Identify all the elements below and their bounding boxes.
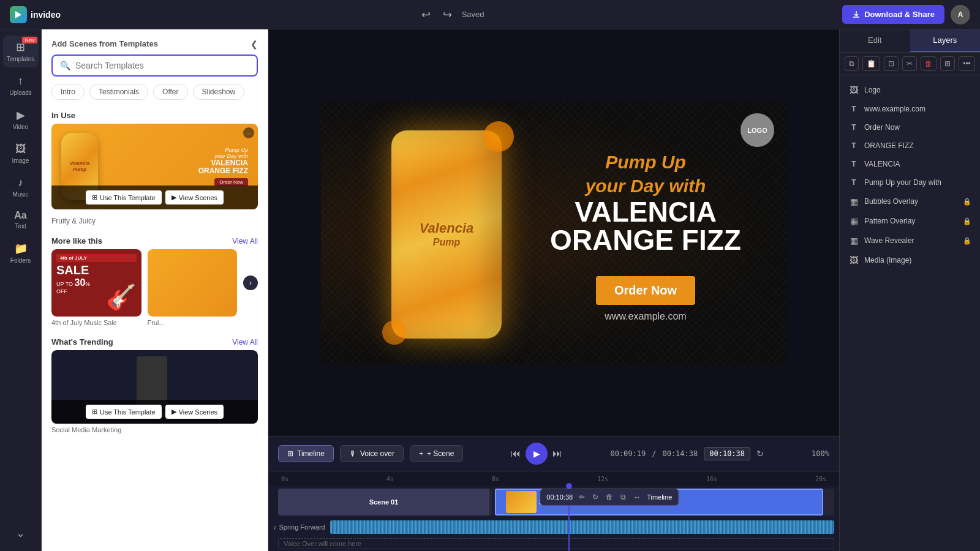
use-template-2-button[interactable]: ⊞ Use This Template [51,291,97,312]
download-share-button[interactable]: Download & Share [842,5,944,24]
sidebar-item-folders[interactable]: 📁 Folders [3,237,39,269]
saved-status: Saved [462,10,484,19]
sidebar-item-templates[interactable]: New ⊞ Templates [3,36,39,67]
more-like-card-1[interactable]: 4th of JULY SALE UP TO 30%OFF 🎸 ⊞ Use Th… [51,249,141,326]
canvas-logo[interactable]: LOGO [741,113,774,147]
sidebar-folders-label: Folders [10,257,31,264]
tab-edit[interactable]: Edit [840,29,910,52]
trending-view-all[interactable]: View All [232,338,258,347]
can-brand-line2: Pump [420,237,473,248]
popup-delete-icon[interactable]: 🗑 [605,492,614,503]
template-card-overlay: ⊞ Use This Template ▶ View Scenes [51,186,258,209]
view-scenes-2-button[interactable]: ▶ View Scenes [101,291,141,312]
layer-media-name: Media (Image) [864,256,971,264]
tag-testimonials[interactable]: Testimonials [89,84,148,100]
sidebar-video-label: Video [13,124,28,130]
microphone-icon: 🎙 [349,449,356,458]
audio-track-label: Spring Forward [279,523,325,531]
popup-copy-icon[interactable]: ⧉ [619,492,627,503]
sidebar-item-video[interactable]: ▶ Video [3,103,39,135]
play-button[interactable]: ▶ [526,443,548,465]
timeline-ruler: 0s 4s 8s 12s 16s 20s [268,471,839,486]
layer-pump[interactable]: T Pump Up your Day with [840,173,980,192]
view-scenes-button[interactable]: ▶ View Scenes [165,190,224,204]
timeline-area: ⊞ Timeline 🎙 Voice over + + Scene ⏮ ▶ ⏭ … [268,436,839,551]
more-like-card-2[interactable]: Frui... [148,249,238,326]
topbar-left: invideo [10,6,61,23]
scene01-block[interactable]: Scene 01 [278,489,489,515]
tab-layers[interactable]: Layers [910,29,981,52]
copy-layer-button[interactable]: ⧉ [845,56,859,71]
layer-crop-button[interactable]: ✂ [902,56,917,71]
orange-slice-2 [382,320,407,345]
more-like-next-button[interactable]: › [243,276,258,290]
popup-sync-icon[interactable]: ↻ [591,492,600,503]
layer-wave-lock-icon: 🔒 [963,237,971,245]
trending-header: What's Trending View All [42,332,268,350]
paste-layer-button[interactable]: 📋 [862,56,880,71]
topbar-center: ↩ ↪ Saved [419,6,484,24]
skip-back-button[interactable]: ⏮ [511,448,521,459]
sidebar-item-image[interactable]: 🖼 Image [3,138,39,169]
collapse-panel-button[interactable]: ❮ [251,39,258,49]
view-scenes-icon: ▶ [172,193,176,201]
delete-layer-button[interactable]: 🗑 [921,56,937,71]
layer-media[interactable]: 🖼 Media (Image) [840,250,980,270]
layer-fit-button[interactable]: ⊡ [884,56,899,71]
tag-offer[interactable]: Offer [153,84,187,100]
music-note-icon: ♪ [273,523,277,531]
trending-template-card[interactable]: Be like Terry and let us do the rest. ⊞ … [51,350,258,424]
view-scenes-trending-button[interactable]: ▶ View Scenes [165,405,224,419]
add-scene-button[interactable]: + + Scene [410,445,463,462]
refresh-button[interactable]: ↻ [756,449,764,459]
popup-edit-icon[interactable]: ✏ [578,492,586,503]
time-current-display[interactable]: 00:10:38 [704,447,750,460]
layer-valencia[interactable]: T VALENCIA [840,155,980,173]
layer-website[interactable]: T www.example.com [840,100,980,118]
sidebar-music-label: Music [12,191,28,198]
user-avatar-button[interactable]: A [951,5,970,24]
layer-pattern[interactable]: ▦ Pattern Overlay 🔒 [840,211,980,231]
canvas-order-button[interactable]: Order Now [596,276,695,305]
layer-bubbles[interactable]: ▦ Bubbles Overlay 🔒 [840,192,980,211]
more-like-view-all[interactable]: View All [232,237,258,246]
timeline-tab-button[interactable]: ⊞ Timeline [278,445,334,462]
popup-time: 00:10:38 [546,493,573,501]
time-total-display: 00:14:38 [662,449,698,458]
sidebar-item-uploads[interactable]: ↑ Uploads [3,70,39,101]
can-brand-line1: Valencia [420,220,473,236]
canvas-fizz-text: ORANGE FIZZ [541,226,750,254]
search-input[interactable] [75,61,249,70]
more-layer-button[interactable]: ••• [959,56,975,71]
layer-logo-name: Logo [864,86,971,94]
layer-orange-fizz[interactable]: T ORANGE FIZZ [840,137,980,155]
trending-overlay: ⊞ Use This Template ▶ View Scenes [51,400,258,424]
search-icon: 🔍 [60,61,70,70]
voiceover-track: Voice Over will come here [278,538,834,549]
use-template-button[interactable]: ⊞ Use This Template [86,190,162,204]
in-use-template-card[interactable]: ValenciaPump Pump Upyour Day with VALENC… [51,124,258,209]
grid-layer-button[interactable]: ⊞ [940,56,955,71]
canvas-wrapper: LOGO Valencia Pump [268,29,839,436]
tag-intro[interactable]: Intro [51,84,85,100]
sidebar-item-music[interactable]: ♪ Music [3,171,39,203]
layer-media-icon: 🖼 [848,255,859,265]
layer-order[interactable]: T Order Now [840,118,980,137]
more-like-template-card-2[interactable] [148,249,238,317]
redo-button[interactable]: ↪ [440,6,454,24]
canvas-valencia-text: VALENCIA [541,198,750,226]
voiceover-button[interactable]: 🎙 Voice over [340,445,404,462]
audio-track-row: ♪ Spring Forward [268,518,839,536]
timeline-toolbar: ⊞ Timeline 🎙 Voice over + + Scene ⏮ ▶ ⏭ … [268,437,839,471]
sidebar-more-button[interactable]: ⌄ [3,522,39,545]
more-like-template-card-1[interactable]: 4th of JULY SALE UP TO 30%OFF 🎸 ⊞ Use Th… [51,249,141,317]
right-panel: Edit Layers ⧉ 📋 ⊡ ✂ 🗑 ⊞ ••• 🖼 Logo T www… [839,29,980,551]
tag-slideshow[interactable]: Slideshow [193,84,245,100]
popup-timeline-icon[interactable]: ↔ [632,492,642,503]
skip-forward-button[interactable]: ⏭ [552,448,562,459]
use-template-trending-button[interactable]: ⊞ Use This Template [86,405,162,419]
layer-wave[interactable]: ▦ Wave Revealer 🔒 [840,231,980,250]
layer-logo[interactable]: 🖼 Logo [840,80,980,100]
undo-button[interactable]: ↩ [419,6,433,24]
sidebar-item-text[interactable]: Aa Text [3,205,39,234]
